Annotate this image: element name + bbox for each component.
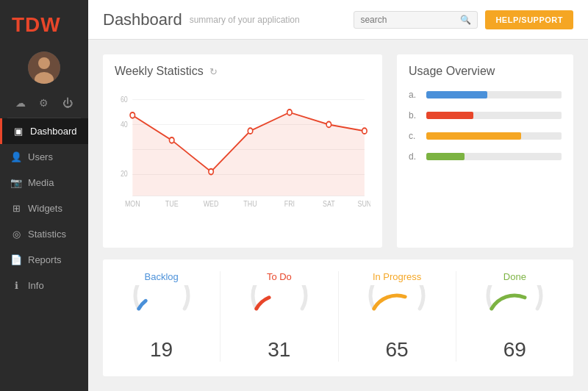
gauge-item-backlog: Backlog 19	[103, 271, 220, 362]
header-right: 🔍 HELP/SUPPORT	[354, 10, 573, 29]
svg-text:SAT: SAT	[323, 199, 335, 208]
svg-point-13	[169, 137, 173, 143]
avatar	[28, 51, 60, 84]
help-button[interactable]: HELP/SUPPORT	[485, 10, 573, 29]
gauge-canvas	[360, 285, 434, 344]
svg-point-15	[248, 128, 252, 134]
sidebar-item-label: Users	[28, 151, 53, 162]
usage-section: Usage Overview a. b. c. d.	[397, 54, 573, 248]
gauge-item-todo: To Do 31	[220, 271, 338, 362]
svg-text:MON: MON	[125, 199, 140, 208]
usage-bar-fill	[426, 132, 521, 140]
svg-point-14	[209, 169, 213, 175]
reports-icon: 📄	[10, 254, 22, 265]
sidebar-item-label: Statistics	[28, 229, 66, 240]
icon-bar: ☁ ⚙ ⏻	[0, 93, 88, 118]
sidebar-item-widgets[interactable]: ⊞ Widgets	[0, 196, 88, 221]
usage-bar-bg	[426, 112, 562, 119]
svg-point-12	[130, 112, 135, 118]
info-icon: ℹ	[10, 280, 22, 291]
gauge-label: Done	[503, 271, 526, 282]
sidebar-item-users[interactable]: 👤 Users	[0, 144, 88, 170]
svg-text:THU: THU	[243, 199, 257, 208]
sidebar-item-label: Info	[28, 280, 44, 291]
svg-text:WED: WED	[204, 199, 219, 208]
svg-point-16	[287, 110, 292, 115]
content: Weekly Statistics ↻ 60 40 20	[88, 40, 588, 391]
usage-label: d.	[409, 151, 419, 162]
chart-title-row: Weekly Statistics ↻	[115, 65, 370, 78]
avatar-area	[0, 46, 88, 93]
svg-text:FRI: FRI	[284, 199, 295, 208]
gauge-svg	[243, 285, 316, 344]
sidebar: TDW ☁ ⚙ ⏻ ▣ Dashboard👤 Users📷 Media⊞ Wid…	[0, 0, 88, 391]
gauge-label: Backlog	[145, 271, 179, 282]
gauge-item-done: Done 69	[456, 271, 573, 362]
sidebar-item-info[interactable]: ℹ Info	[0, 273, 88, 298]
top-row: Weekly Statistics ↻ 60 40 20	[103, 54, 573, 248]
sidebar-item-media[interactable]: 📷 Media	[0, 170, 88, 196]
svg-text:20: 20	[121, 170, 128, 179]
usage-row: a.	[409, 90, 562, 100]
page-subtitle: summary of your application	[190, 15, 300, 25]
usage-bar-fill	[426, 153, 465, 160]
svg-point-17	[326, 122, 331, 128]
chart-svg: 60 40 20 MON TUE	[115, 85, 370, 210]
nav-menu: ▣ Dashboard👤 Users📷 Media⊞ Widgets◎ Stat…	[0, 118, 88, 298]
gauge-label: To Do	[267, 271, 292, 282]
power-icon[interactable]: ⏻	[62, 97, 73, 109]
usage-bar-fill	[426, 112, 473, 119]
header: Dashboard summary of your application 🔍 …	[88, 0, 588, 40]
chart-refresh-icon[interactable]: ↻	[209, 66, 218, 77]
gauge-canvas	[125, 285, 198, 344]
search-input[interactable]	[360, 15, 456, 25]
sidebar-item-reports[interactable]: 📄 Reports	[0, 247, 88, 273]
logo: TDW	[0, 0, 88, 46]
sidebar-item-label: Widgets	[28, 203, 62, 214]
svg-point-18	[362, 128, 367, 134]
dashboard-icon: ▣	[12, 126, 24, 137]
chart-title: Weekly Statistics	[115, 65, 204, 78]
usage-bar-fill	[426, 91, 487, 98]
page-title: Dashboard	[103, 10, 182, 29]
search-box: 🔍	[354, 11, 478, 29]
sidebar-item-dashboard[interactable]: ▣ Dashboard	[0, 118, 88, 144]
usage-title: Usage Overview	[409, 65, 562, 78]
usage-bar-bg	[426, 91, 562, 98]
gauge-canvas	[243, 285, 316, 344]
gauge-svg	[360, 285, 434, 344]
sidebar-item-statistics[interactable]: ◎ Statistics	[0, 221, 88, 247]
sidebar-item-label: Reports	[28, 254, 62, 265]
gauge-label: In Progress	[373, 271, 421, 282]
chart-section: Weekly Statistics ↻ 60 40 20	[103, 54, 382, 248]
svg-text:40: 40	[121, 121, 128, 129]
gauge-svg	[125, 285, 198, 344]
svg-point-1	[38, 57, 50, 69]
sidebar-item-label: Dashboard	[30, 126, 77, 137]
usage-label: a.	[409, 90, 419, 100]
usage-row: c.	[409, 131, 562, 141]
svg-text:60: 60	[121, 96, 128, 104]
bottom-row: Backlog 19 To Do 31 In Progress 65 Done	[103, 259, 573, 376]
gauge-svg	[478, 285, 551, 344]
gear-icon[interactable]: ⚙	[39, 97, 49, 109]
main-area: Dashboard summary of your application 🔍 …	[88, 0, 588, 391]
search-icon: 🔍	[460, 15, 471, 25]
usage-label: c.	[409, 131, 419, 141]
svg-text:TUE: TUE	[165, 199, 179, 208]
usage-row: b.	[409, 110, 562, 121]
usage-row: d.	[409, 151, 562, 162]
media-icon: 📷	[10, 177, 22, 188]
widgets-icon: ⊞	[10, 203, 22, 214]
usage-bar-bg	[426, 153, 562, 160]
usage-list: a. b. c. d.	[409, 90, 562, 162]
cloud-icon[interactable]: ☁	[15, 97, 26, 109]
sidebar-item-label: Media	[28, 177, 54, 188]
usage-label: b.	[409, 110, 419, 121]
gauge-item-inprogress: In Progress 65	[339, 271, 456, 362]
users-icon: 👤	[10, 151, 22, 162]
usage-bar-bg	[426, 132, 562, 140]
svg-text:SUN: SUN	[358, 199, 370, 208]
gauge-canvas	[478, 285, 551, 344]
statistics-icon: ◎	[10, 229, 22, 240]
